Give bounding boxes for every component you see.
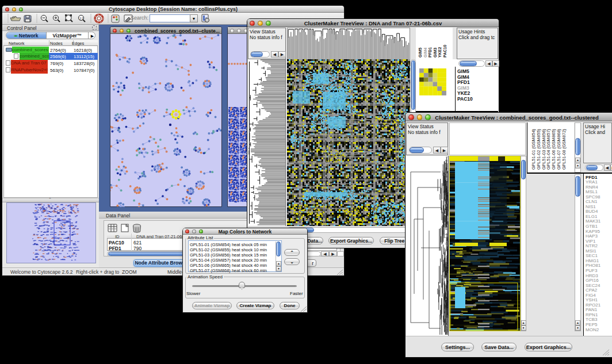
svg-text:1:1: 1:1 bbox=[79, 17, 83, 20]
